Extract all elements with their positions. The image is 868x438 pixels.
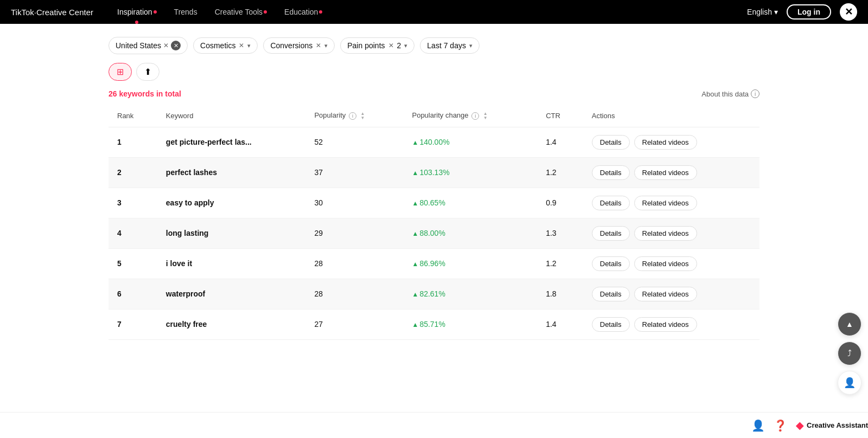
filter-country-remove-icon[interactable]: ✕ — [163, 42, 169, 49]
filter-category-label: Cosmetics — [200, 41, 235, 50]
related-videos-button[interactable]: Related videos — [634, 256, 697, 271]
filter-country[interactable]: United States ✕ ✕ — [108, 37, 188, 54]
rank-cell: 3 — [108, 188, 157, 218]
related-videos-button[interactable]: Related videos — [634, 196, 697, 210]
table-view-button[interactable]: ⊞ — [108, 63, 132, 81]
export-button[interactable]: ⬆ — [136, 63, 159, 81]
popularity-cell: 28 — [305, 279, 403, 309]
scroll-top-button[interactable]: ▲ — [838, 312, 861, 336]
filter-category-remove-icon[interactable]: ✕ — [239, 42, 244, 49]
main-content: United States ✕ ✕ Cosmetics ✕ ▾ Conversi… — [0, 24, 868, 438]
info-icon: i — [751, 89, 760, 98]
filter-objective[interactable]: Conversions ✕ ▾ — [263, 37, 335, 54]
details-button[interactable]: Details — [592, 226, 630, 241]
nav-item-creative-tools[interactable]: Creative Tools — [208, 0, 273, 24]
logo[interactable]: TikTok·Creative Center — [11, 8, 93, 17]
keywords-count: 26 keywords in total — [108, 89, 181, 98]
logo-subtitle: Creative Center — [36, 8, 93, 17]
related-videos-button[interactable]: Related videos — [634, 165, 697, 180]
pop-change-cell: ▲88.00% — [403, 218, 537, 248]
keyword-cell: i love it — [157, 248, 306, 279]
clear-all-button[interactable]: ✕ — [171, 41, 181, 50]
creative-assistant-bar: 👤 ❓ ◆ Creative Assistant — [0, 412, 868, 438]
rank-cell: 2 — [108, 157, 157, 188]
ctr-cell: 1.2 — [537, 248, 583, 279]
details-button[interactable]: Details — [592, 317, 630, 332]
keywords-count-number: 26 — [108, 89, 117, 98]
actions-cell: Details Related videos — [583, 309, 760, 339]
language-button[interactable]: English ▾ — [747, 8, 778, 16]
ca-help-icon[interactable]: ❓ — [774, 419, 787, 432]
related-videos-button[interactable]: Related videos — [634, 287, 697, 301]
language-label: English — [747, 8, 772, 16]
creative-assistant-logo[interactable]: ◆ Creative Assistant — [796, 420, 868, 431]
table-row: 4 long lasting 29 ▲88.00% 1.3 Details Re… — [108, 218, 760, 248]
related-videos-button[interactable]: Related videos — [634, 226, 697, 241]
up-arrow-icon: ▲ — [412, 230, 418, 237]
col-rank: Rank — [108, 105, 157, 127]
keyword-cell: get picture-perfect las... — [157, 127, 306, 157]
actions-cell: Details Related videos — [583, 279, 760, 309]
filter-date-label: Last 7 days — [427, 41, 466, 50]
up-arrow-icon: ▲ — [412, 260, 418, 268]
user-icon-button[interactable]: 👤 — [838, 371, 861, 395]
share-button[interactable]: ⤴ — [838, 342, 861, 365]
nav-dot-inspiration — [154, 10, 157, 14]
pop-change-cell: ▲85.71% — [403, 309, 537, 339]
keywords-table: Rank Keyword Popularity i ▲▼ Popularity … — [108, 105, 760, 340]
pop-change-sort-icon[interactable]: ▲▼ — [483, 112, 488, 120]
login-button[interactable]: Log in — [787, 4, 831, 20]
about-data-button[interactable]: About this data i — [701, 89, 760, 98]
ca-user-icon[interactable]: 👤 — [751, 419, 765, 432]
table-row: 6 waterproof 28 ▲82.61% 1.8 Details Rela… — [108, 279, 760, 309]
popularity-sort-icon[interactable]: ▲▼ — [361, 112, 365, 120]
details-button[interactable]: Details — [592, 165, 630, 180]
floating-buttons: ▲ ⤴ 👤 — [838, 312, 861, 395]
user-icon: 👤 — [844, 377, 856, 389]
col-popularity: Popularity i ▲▼ — [305, 105, 403, 127]
nav-item-inspiration[interactable]: Inspiration — [111, 0, 163, 24]
close-button[interactable]: ✕ — [840, 3, 857, 21]
chevron-down-icon-scene: ▾ — [404, 42, 407, 49]
up-arrow-icon: ▲ — [412, 169, 418, 177]
popularity-cell: 37 — [305, 157, 403, 188]
filter-date[interactable]: Last 7 days ▾ — [420, 37, 480, 54]
table-icon: ⊞ — [117, 67, 124, 77]
pop-change-cell: ▲80.65% — [403, 188, 537, 218]
ca-diamond-icon: ◆ — [796, 420, 803, 431]
pop-change-info-icon: i — [471, 112, 479, 120]
ctr-cell: 1.4 — [537, 309, 583, 339]
popularity-cell: 27 — [305, 309, 403, 339]
actions-cell: Details Related videos — [583, 157, 760, 188]
nav-dot-creative-tools — [264, 10, 267, 14]
actions-cell: Details Related videos — [583, 248, 760, 279]
ctr-cell: 1.2 — [537, 157, 583, 188]
filter-scene[interactable]: Pain points ✕ 2 ▾ — [340, 37, 414, 54]
details-button[interactable]: Details — [592, 196, 630, 210]
related-videos-button[interactable]: Related videos — [634, 135, 697, 150]
keyword-cell: cruelty free — [157, 309, 306, 339]
creative-assistant-label: Creative Assistant — [807, 421, 868, 429]
ctr-cell: 0.9 — [537, 188, 583, 218]
filter-country-label: United States — [116, 41, 161, 50]
related-videos-button[interactable]: Related videos — [634, 317, 697, 332]
keyword-cell: long lasting — [157, 218, 306, 248]
actions-cell: Details Related videos — [583, 127, 760, 157]
nav-item-trends[interactable]: Trends — [168, 0, 204, 24]
keyword-cell: perfect lashes — [157, 157, 306, 188]
ctr-cell: 1.8 — [537, 279, 583, 309]
col-keyword: Keyword — [157, 105, 306, 127]
filter-scene-remove-icon[interactable]: ✕ — [388, 42, 394, 49]
popularity-cell: 52 — [305, 127, 403, 157]
details-button[interactable]: Details — [592, 287, 630, 301]
keyword-cell: waterproof — [157, 279, 306, 309]
details-button[interactable]: Details — [592, 256, 630, 271]
about-data-label: About this data — [701, 90, 749, 98]
filter-category[interactable]: Cosmetics ✕ ▾ — [193, 37, 258, 54]
chevron-down-icon: ▾ — [774, 8, 778, 16]
nav-item-education[interactable]: Education — [278, 0, 329, 24]
table-row: 2 perfect lashes 37 ▲103.13% 1.2 Details… — [108, 157, 760, 188]
filter-objective-remove-icon[interactable]: ✕ — [316, 42, 321, 49]
details-button[interactable]: Details — [592, 135, 630, 150]
col-popularity-change: Popularity change i ▲▼ — [403, 105, 537, 127]
